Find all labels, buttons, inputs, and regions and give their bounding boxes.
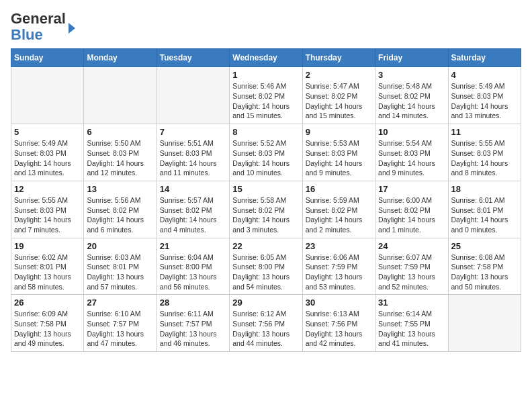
day-number: 29	[232, 298, 299, 308]
calendar-week-row: 12Sunrise: 5:55 AM Sunset: 8:03 PM Dayli…	[11, 181, 521, 238]
calendar-header-row: SundayMondayTuesdayWednesdayThursdayFrid…	[11, 49, 521, 67]
day-number: 31	[378, 298, 445, 308]
calendar-cell: 29Sunrise: 6:12 AM Sunset: 7:56 PM Dayli…	[230, 295, 302, 352]
day-number: 14	[160, 184, 226, 194]
calendar-cell: 31Sunrise: 6:14 AM Sunset: 7:55 PM Dayli…	[375, 295, 448, 352]
calendar-cell	[84, 67, 157, 124]
calendar-week-row: 26Sunrise: 6:09 AM Sunset: 7:58 PM Dayli…	[11, 295, 521, 352]
calendar-cell: 27Sunrise: 6:10 AM Sunset: 7:57 PM Dayli…	[84, 295, 157, 352]
day-info: Sunrise: 5:59 AM Sunset: 8:02 PM Dayligh…	[306, 195, 372, 235]
day-info: Sunrise: 6:10 AM Sunset: 7:57 PM Dayligh…	[87, 309, 153, 349]
day-number: 17	[378, 184, 445, 194]
calendar-cell: 28Sunrise: 6:11 AM Sunset: 7:57 PM Dayli…	[157, 295, 229, 352]
calendar-cell: 25Sunrise: 6:08 AM Sunset: 7:58 PM Dayli…	[448, 238, 521, 295]
day-info: Sunrise: 5:53 AM Sunset: 8:03 PM Dayligh…	[306, 138, 372, 178]
calendar-cell: 20Sunrise: 6:03 AM Sunset: 8:01 PM Dayli…	[84, 238, 157, 295]
calendar-cell: 8Sunrise: 5:52 AM Sunset: 8:03 PM Daylig…	[230, 124, 302, 181]
logo-blue: Blue	[11, 26, 43, 43]
calendar-header-friday: Friday	[375, 49, 448, 67]
day-info: Sunrise: 5:55 AM Sunset: 8:03 PM Dayligh…	[14, 195, 81, 235]
calendar-header-saturday: Saturday	[448, 49, 521, 67]
day-number: 4	[451, 70, 518, 80]
day-info: Sunrise: 6:04 AM Sunset: 8:00 PM Dayligh…	[160, 253, 226, 292]
day-number: 24	[378, 241, 445, 251]
day-number: 10	[378, 127, 445, 137]
calendar-header-wednesday: Wednesday	[230, 49, 302, 67]
day-number: 20	[87, 241, 153, 251]
day-info: Sunrise: 6:13 AM Sunset: 7:56 PM Dayligh…	[306, 309, 372, 349]
calendar-cell	[448, 295, 521, 352]
calendar-cell: 21Sunrise: 6:04 AM Sunset: 8:00 PM Dayli…	[157, 238, 229, 295]
day-number: 15	[232, 184, 299, 194]
day-info: Sunrise: 5:48 AM Sunset: 8:02 PM Dayligh…	[378, 81, 445, 121]
day-info: Sunrise: 5:49 AM Sunset: 8:03 PM Dayligh…	[451, 81, 518, 121]
logo-arrow-icon	[69, 23, 75, 34]
calendar-week-row: 5Sunrise: 5:49 AM Sunset: 8:03 PM Daylig…	[11, 124, 521, 181]
day-info: Sunrise: 5:46 AM Sunset: 8:02 PM Dayligh…	[232, 81, 299, 121]
day-number: 18	[451, 184, 518, 194]
calendar-cell: 10Sunrise: 5:54 AM Sunset: 8:03 PM Dayli…	[375, 124, 448, 181]
day-info: Sunrise: 5:50 AM Sunset: 8:03 PM Dayligh…	[87, 138, 153, 178]
day-info: Sunrise: 6:06 AM Sunset: 7:59 PM Dayligh…	[306, 253, 372, 292]
day-number: 12	[14, 184, 81, 194]
day-number: 27	[87, 298, 153, 308]
calendar-cell: 11Sunrise: 5:55 AM Sunset: 8:03 PM Dayli…	[448, 124, 521, 181]
calendar-cell: 24Sunrise: 6:07 AM Sunset: 7:59 PM Dayli…	[375, 238, 448, 295]
calendar-cell: 7Sunrise: 5:51 AM Sunset: 8:03 PM Daylig…	[157, 124, 229, 181]
day-number: 5	[14, 127, 81, 137]
calendar-cell: 22Sunrise: 6:05 AM Sunset: 8:00 PM Dayli…	[230, 238, 302, 295]
day-number: 6	[87, 127, 153, 137]
day-number: 22	[232, 241, 299, 251]
calendar-cell: 2Sunrise: 5:47 AM Sunset: 8:02 PM Daylig…	[302, 67, 375, 124]
calendar-cell: 26Sunrise: 6:09 AM Sunset: 7:58 PM Dayli…	[11, 295, 84, 352]
day-info: Sunrise: 5:58 AM Sunset: 8:02 PM Dayligh…	[232, 195, 299, 235]
day-number: 28	[160, 298, 226, 308]
calendar-cell: 1Sunrise: 5:46 AM Sunset: 8:02 PM Daylig…	[230, 67, 302, 124]
day-info: Sunrise: 6:01 AM Sunset: 8:01 PM Dayligh…	[451, 195, 518, 235]
calendar-cell: 9Sunrise: 5:53 AM Sunset: 8:03 PM Daylig…	[302, 124, 375, 181]
calendar-cell: 19Sunrise: 6:02 AM Sunset: 8:01 PM Dayli…	[11, 238, 84, 295]
calendar-cell: 13Sunrise: 5:56 AM Sunset: 8:02 PM Dayli…	[84, 181, 157, 238]
day-number: 19	[14, 241, 81, 251]
calendar-cell: 3Sunrise: 5:48 AM Sunset: 8:02 PM Daylig…	[375, 67, 448, 124]
calendar-cell: 12Sunrise: 5:55 AM Sunset: 8:03 PM Dayli…	[11, 181, 84, 238]
page-header: General Blue	[11, 11, 521, 43]
day-info: Sunrise: 5:54 AM Sunset: 8:03 PM Dayligh…	[378, 138, 445, 178]
calendar-cell: 14Sunrise: 5:57 AM Sunset: 8:02 PM Dayli…	[157, 181, 229, 238]
calendar-cell: 16Sunrise: 5:59 AM Sunset: 8:02 PM Dayli…	[302, 181, 375, 238]
day-info: Sunrise: 5:52 AM Sunset: 8:03 PM Dayligh…	[232, 138, 299, 178]
day-number: 13	[87, 184, 153, 194]
day-number: 7	[160, 127, 226, 137]
day-number: 23	[306, 241, 372, 251]
calendar-cell: 6Sunrise: 5:50 AM Sunset: 8:03 PM Daylig…	[84, 124, 157, 181]
calendar-week-row: 19Sunrise: 6:02 AM Sunset: 8:01 PM Dayli…	[11, 238, 521, 295]
calendar-cell: 30Sunrise: 6:13 AM Sunset: 7:56 PM Dayli…	[302, 295, 375, 352]
calendar-cell	[11, 67, 84, 124]
day-number: 9	[306, 127, 372, 137]
day-number: 25	[451, 241, 518, 251]
calendar-header-sunday: Sunday	[11, 49, 84, 67]
calendar-cell: 15Sunrise: 5:58 AM Sunset: 8:02 PM Dayli…	[230, 181, 302, 238]
day-number: 2	[306, 70, 372, 80]
day-info: Sunrise: 6:12 AM Sunset: 7:56 PM Dayligh…	[232, 309, 299, 349]
day-number: 30	[306, 298, 372, 308]
calendar-cell: 4Sunrise: 5:49 AM Sunset: 8:03 PM Daylig…	[448, 67, 521, 124]
day-info: Sunrise: 6:08 AM Sunset: 7:58 PM Dayligh…	[451, 253, 518, 292]
day-info: Sunrise: 6:02 AM Sunset: 8:01 PM Dayligh…	[14, 253, 81, 292]
day-info: Sunrise: 6:03 AM Sunset: 8:01 PM Dayligh…	[87, 253, 153, 292]
calendar-week-row: 1Sunrise: 5:46 AM Sunset: 8:02 PM Daylig…	[11, 67, 521, 124]
day-number: 21	[160, 241, 226, 251]
day-info: Sunrise: 6:05 AM Sunset: 8:00 PM Dayligh…	[232, 253, 299, 292]
day-number: 11	[451, 127, 518, 137]
calendar-header-tuesday: Tuesday	[157, 49, 229, 67]
calendar-cell: 5Sunrise: 5:49 AM Sunset: 8:03 PM Daylig…	[11, 124, 84, 181]
day-info: Sunrise: 5:57 AM Sunset: 8:02 PM Dayligh…	[160, 195, 226, 235]
calendar-header-monday: Monday	[84, 49, 157, 67]
calendar-header-thursday: Thursday	[302, 49, 375, 67]
day-number: 26	[14, 298, 81, 308]
logo: General Blue	[11, 11, 75, 43]
calendar-cell: 18Sunrise: 6:01 AM Sunset: 8:01 PM Dayli…	[448, 181, 521, 238]
day-number: 16	[306, 184, 372, 194]
calendar-table: SundayMondayTuesdayWednesdayThursdayFrid…	[11, 48, 521, 352]
day-number: 3	[378, 70, 445, 80]
